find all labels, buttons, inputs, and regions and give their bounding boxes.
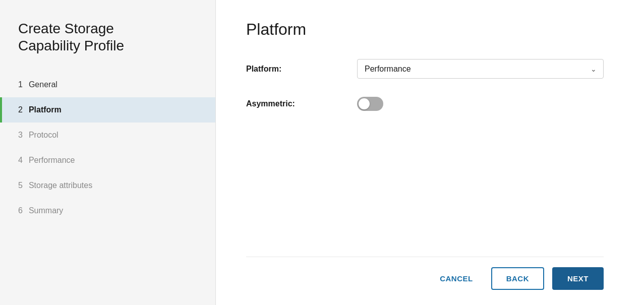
step-label-protocol: Protocol bbox=[29, 131, 58, 140]
toggle-thumb bbox=[359, 98, 370, 109]
step-summary[interactable]: 6 Summary bbox=[0, 198, 215, 223]
sidebar: Create StorageCapability Profile 1 Gener… bbox=[0, 0, 216, 305]
step-platform[interactable]: 2 Platform bbox=[0, 97, 215, 123]
next-button[interactable]: NEXT bbox=[552, 267, 604, 290]
step-storage-attributes[interactable]: 5 Storage attributes bbox=[0, 173, 215, 198]
step-label-storage-attributes: Storage attributes bbox=[29, 181, 92, 190]
step-label-performance: Performance bbox=[29, 156, 75, 165]
page-title: Platform bbox=[246, 20, 604, 39]
platform-control: Performance Capacity All Flash Hybrid ⌄ bbox=[357, 59, 604, 79]
asymmetric-label: Asymmetric: bbox=[246, 99, 357, 108]
step-number-3: 3 bbox=[18, 131, 23, 140]
platform-label: Platform: bbox=[246, 65, 357, 74]
asymmetric-row: Asymmetric: bbox=[246, 97, 604, 111]
steps-nav: 1 General 2 Platform 3 Protocol 4 Perfor… bbox=[0, 72, 215, 223]
back-button[interactable]: BACK bbox=[491, 267, 544, 290]
step-number-2: 2 bbox=[18, 105, 23, 114]
step-number-4: 4 bbox=[18, 156, 23, 165]
platform-select-wrapper: Performance Capacity All Flash Hybrid ⌄ bbox=[357, 59, 604, 79]
step-general[interactable]: 1 General bbox=[0, 72, 215, 97]
asymmetric-toggle[interactable] bbox=[357, 97, 383, 111]
step-number-1: 1 bbox=[18, 80, 23, 89]
asymmetric-control bbox=[357, 97, 604, 111]
platform-select[interactable]: Performance Capacity All Flash Hybrid bbox=[357, 59, 604, 79]
form-section: Platform: Performance Capacity All Flash… bbox=[246, 59, 604, 257]
step-number-6: 6 bbox=[18, 206, 23, 215]
step-label-summary: Summary bbox=[29, 206, 63, 215]
platform-row: Platform: Performance Capacity All Flash… bbox=[246, 59, 604, 79]
step-performance[interactable]: 4 Performance bbox=[0, 148, 215, 173]
main-panel: Platform Platform: Performance Capacity … bbox=[216, 0, 644, 305]
wizard-title: Create StorageCapability Profile bbox=[0, 20, 215, 72]
cancel-button[interactable]: CANCEL bbox=[430, 267, 483, 290]
footer-buttons: CANCEL BACK NEXT bbox=[246, 257, 604, 290]
step-protocol[interactable]: 3 Protocol bbox=[0, 123, 215, 148]
step-label-platform: Platform bbox=[29, 105, 62, 114]
step-number-5: 5 bbox=[18, 181, 23, 190]
step-label-general: General bbox=[29, 80, 57, 89]
